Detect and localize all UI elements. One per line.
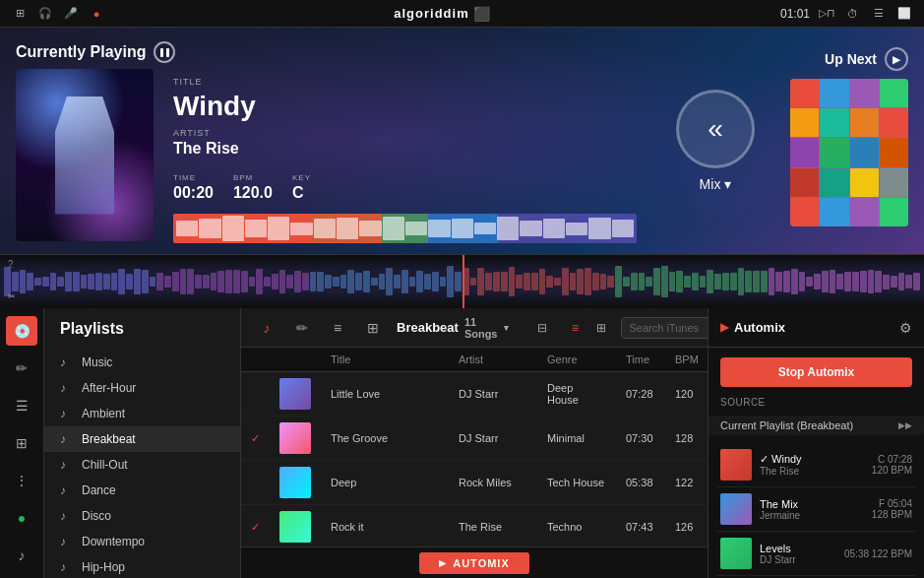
art-tile	[850, 108, 879, 137]
sidebar-expand-icon[interactable]: ⋮	[6, 466, 37, 495]
timeline-bar	[88, 274, 94, 289]
timeline-bar	[516, 275, 523, 289]
waveform-mini[interactable]	[173, 214, 637, 243]
playlist-item-hip-hop[interactable]: ♪Hip-Hop	[44, 554, 240, 578]
pause-bar-1	[160, 48, 163, 57]
mix-button[interactable]: «	[676, 90, 755, 168]
sidebar-vinyl-icon[interactable]: 💿	[6, 316, 37, 346]
timeline-bar	[57, 277, 64, 287]
tab-music-icon[interactable]: ♪	[253, 314, 280, 342]
filter-icon[interactable]: ⊟	[528, 314, 556, 342]
track-title-cell: Rock it	[321, 505, 449, 547]
mic-icon[interactable]: 🎤	[63, 6, 79, 22]
tab-grid-icon[interactable]: ⊞	[359, 314, 387, 342]
playlist-item-disco[interactable]: ♪Disco	[44, 503, 240, 529]
table-row[interactable]: Deep Rock Miles Tech House 05:38 122 Eb	[241, 461, 708, 505]
time-display: 01:01	[780, 7, 810, 21]
up-next-area: Up Next ▶	[774, 39, 908, 242]
track-info: TITLE Windy ARTIST The Rise TIME 00:20 B…	[154, 69, 656, 242]
table-row[interactable]: Little Love DJ Starr Deep House 07:28 12…	[241, 372, 708, 417]
track-check-cell: ✓	[241, 505, 270, 547]
queue-info: The Mix Jermaine	[760, 498, 864, 521]
track-artist-cell: DJ Starr	[449, 372, 537, 417]
right-panel: ▶ Automix ⚙ Stop Automix SOURCE Current …	[708, 308, 924, 578]
timeline-btn[interactable]: ✂	[4, 289, 20, 304]
headphones-icon[interactable]: 🎧	[37, 6, 53, 22]
timeline-bar	[707, 270, 713, 294]
timeline-bar	[791, 269, 798, 295]
list-view-icon[interactable]: ≡	[564, 316, 587, 340]
playlist-item-downtempo[interactable]: ♪Downtempo	[44, 529, 240, 554]
playlist-source-value[interactable]: Current Playlist (Breakbeat) ▶▶	[708, 416, 924, 435]
timeline-bar	[646, 277, 652, 287]
automix-button[interactable]: ▶ AUTOMIX	[419, 552, 529, 574]
table-row[interactable]: ✓ Rock it The Rise Techno 07:43 126 E	[241, 505, 708, 547]
playlist-item-chill-out[interactable]: ♪Chill-Out	[44, 452, 240, 478]
sidebar-edit-icon[interactable]: ✏	[6, 353, 37, 383]
playlists-panel: Playlists ♪Music♪After-Hour♪Ambient♪Brea…	[44, 308, 241, 578]
timeline-bar	[806, 277, 813, 287]
grid-icon[interactable]: ⊞	[12, 6, 28, 22]
search-input[interactable]	[621, 317, 708, 339]
song-count: 11 Songs	[464, 316, 498, 340]
playlist-item-breakbeat[interactable]: ♪Breakbeat	[44, 426, 240, 452]
queue-item[interactable]: ✓ Windy The Rise C 07:28 120 BPM	[716, 443, 916, 487]
track-title-cell: Deep	[321, 461, 449, 505]
grid-view-icon[interactable]: ⊞	[589, 316, 613, 340]
record-icon[interactable]: ●	[89, 6, 104, 22]
timeline-bar	[111, 273, 118, 290]
clock-icon[interactable]: ⏱	[845, 6, 861, 22]
track-time-cell: 05:38	[616, 461, 665, 505]
timeline-bar	[172, 272, 179, 291]
playlist-item-ambient[interactable]: ♪Ambient	[44, 401, 240, 426]
timeline-bar	[546, 276, 553, 288]
queue-list: ✓ Windy The Rise C 07:28 120 BPM The Mix…	[708, 443, 924, 578]
timeline-bar	[661, 266, 668, 297]
pause-button[interactable]	[154, 41, 175, 63]
art-tile	[790, 168, 819, 197]
display-icon[interactable]: ⬜	[896, 6, 912, 22]
queue-bpm: 05:38 122 BPM	[844, 548, 912, 559]
waveform-bar	[290, 223, 312, 235]
table-row[interactable]: ✓ The Groove DJ Starr Minimal 07:30 128 …	[241, 417, 708, 461]
art-tile	[850, 138, 879, 166]
playlist-item-dance[interactable]: ♪Dance	[44, 478, 240, 503]
sidebar-equalizer-icon[interactable]: ⊞	[6, 428, 37, 458]
timeline-bar	[440, 277, 447, 286]
song-count-chevron-icon[interactable]: ▾	[504, 323, 509, 333]
sidebar-itunes-icon[interactable]: ♪	[6, 541, 37, 570]
up-next-play-button[interactable]: ▶	[885, 47, 908, 71]
queue-meta: F 05:04 128 BPM	[872, 498, 912, 520]
track-check-cell: ✓	[241, 417, 270, 461]
timeline-bar	[164, 276, 171, 287]
bpm-meta: BPM 120.0	[233, 173, 273, 202]
sidebar-list-icon[interactable]: ☰	[6, 391, 37, 420]
waveform-bar	[612, 220, 634, 237]
track-time-cell: 07:28	[616, 372, 665, 417]
tab-edit-icon[interactable]: ✏	[288, 314, 316, 342]
queue-item[interactable]: Levels DJ Starr 05:38 122 BPM	[716, 532, 916, 576]
playlist-item-music[interactable]: ♪Music	[44, 350, 240, 375]
track-art	[279, 467, 311, 498]
track-time-cell: 07:30	[616, 417, 665, 461]
stop-automix-button[interactable]: Stop Automix	[720, 357, 912, 387]
now-playing-section: Currently Playing TITLE Windy ARTIST The…	[0, 28, 924, 254]
timeline-section[interactable]: 2 ✂	[0, 254, 924, 308]
tab-list-icon[interactable]: ≡	[324, 314, 351, 342]
automix-settings-icon[interactable]: ⚙	[899, 320, 912, 336]
menu-icon[interactable]: ☰	[871, 6, 887, 22]
play-controls-icon[interactable]: ▷⊓	[820, 6, 835, 22]
waveform-bar	[199, 219, 220, 239]
timeline-bar	[264, 277, 271, 286]
playlist-item-after-hour[interactable]: ♪After-Hour	[44, 375, 240, 401]
sidebar-spotify-icon[interactable]: ●	[6, 503, 37, 533]
album-art	[16, 69, 154, 241]
timeline-bar	[225, 270, 232, 293]
track-time-cell: 07:43	[616, 505, 665, 547]
queue-item[interactable]: The Mix Jermaine F 05:04 128 BPM	[716, 487, 916, 532]
key-value: C	[292, 184, 311, 202]
playlist-name: Breakbeat 11 Songs ▾	[397, 316, 509, 340]
automix-btn-text: AUTOMIX	[453, 557, 510, 569]
mix-label[interactable]: Mix	[700, 176, 732, 192]
timeline-bar	[684, 276, 691, 288]
